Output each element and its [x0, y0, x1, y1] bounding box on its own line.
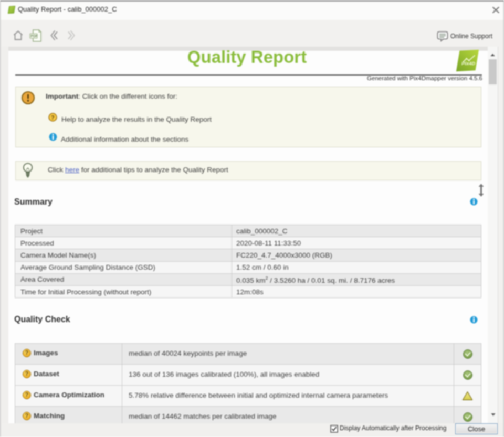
svg-text:PDF: PDF — [31, 34, 38, 38]
svg-text:?: ? — [51, 114, 55, 121]
